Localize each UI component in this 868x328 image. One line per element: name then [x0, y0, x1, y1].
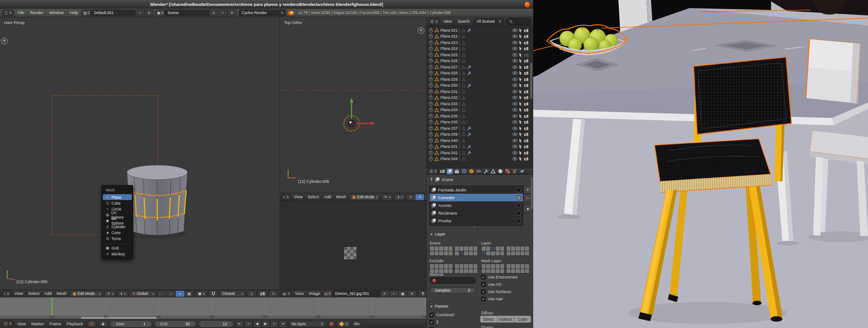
- outliner-item-row[interactable]: + Plane.028 |: [427, 70, 529, 77]
- selectability-cursor-icon[interactable]: [519, 108, 522, 112]
- visibility-eye-icon[interactable]: [512, 83, 517, 87]
- delete-scene-button[interactable]: ✕: [227, 10, 236, 16]
- layer-toggle-cell[interactable]: [464, 251, 468, 256]
- renderability-camera-icon[interactable]: [524, 102, 529, 106]
- material-override-field[interactable]: [429, 277, 476, 284]
- object-name[interactable]: Plane.024: [440, 46, 458, 51]
- tab-world[interactable]: [461, 168, 468, 174]
- visibility-eye-icon[interactable]: [512, 65, 517, 69]
- outliner-search-menu[interactable]: Search: [456, 19, 472, 24]
- expand-toggle-icon[interactable]: +: [429, 132, 433, 137]
- lock-time-button[interactable]: [98, 320, 108, 327]
- layer-toggle-cell[interactable]: [521, 264, 525, 269]
- info-menu-item[interactable]: Window: [48, 10, 66, 15]
- visibility-eye-icon[interactable]: [512, 78, 517, 81]
- layer-toggle-cell[interactable]: [500, 251, 504, 256]
- selectability-cursor-icon[interactable]: [519, 34, 522, 39]
- layer-toggle-cell[interactable]: [521, 269, 525, 274]
- viewport-menu-item[interactable]: Select: [306, 195, 321, 199]
- tab-object-data[interactable]: [490, 168, 497, 174]
- editor-type-timeline-button[interactable]: [2, 320, 14, 327]
- pass-combined-option[interactable]: ✓ Combined: [429, 312, 454, 318]
- add-mesh-menu-item[interactable]: ◻ Cube: [103, 200, 132, 206]
- layer-panel-header[interactable]: ▼Layer: [430, 232, 445, 236]
- selectability-cursor-icon[interactable]: [519, 77, 522, 82]
- visibility-eye-icon[interactable]: [512, 29, 517, 32]
- layer-toggle-cell[interactable]: [444, 269, 448, 274]
- visibility-eye-icon[interactable]: [512, 145, 517, 148]
- add-mesh-menu-item[interactable]: ▭ Plane: [103, 194, 132, 200]
- pin-icon[interactable]: [430, 177, 433, 181]
- selectability-cursor-icon[interactable]: [519, 28, 522, 33]
- viewport-menu-item[interactable]: Add: [322, 195, 333, 199]
- layer-toggle-cell[interactable]: [448, 264, 453, 269]
- editor-type-outliner-button[interactable]: ☰: [429, 18, 439, 25]
- object-name[interactable]: Plane.039: [440, 132, 458, 137]
- renderability-camera-icon[interactable]: [524, 71, 529, 75]
- renderability-camera-icon[interactable]: [524, 145, 529, 148]
- outliner-item-row[interactable]: + Plane.039 |: [427, 132, 529, 138]
- fake-user-button[interactable]: F: [380, 290, 390, 297]
- layer-toggle-cell[interactable]: [511, 264, 515, 269]
- render-layer-enable-checkbox[interactable]: ✓: [516, 196, 521, 200]
- preview-range-button[interactable]: [87, 320, 96, 327]
- expand-toggle-icon[interactable]: +: [429, 71, 433, 75]
- timeline-menu-item[interactable]: View: [15, 322, 28, 326]
- render-layer-name[interactable]: Comedor: [438, 196, 455, 200]
- scene-name[interactable]: Scene: [165, 10, 209, 16]
- layer-toggle-cell[interactable]: [448, 269, 453, 274]
- tab-constraints[interactable]: [476, 168, 482, 174]
- image-browse-button[interactable]: ▤: [323, 290, 333, 297]
- layer-toggle-cell[interactable]: [469, 269, 473, 274]
- layer-toggle-cell[interactable]: [496, 269, 500, 274]
- layer-toggle-cell[interactable]: [444, 246, 448, 251]
- editor-type-3dview-button[interactable]: ◑: [281, 194, 291, 201]
- screen-layout-icon[interactable]: ▥: [82, 10, 91, 16]
- use-ao-option[interactable]: ✓ Use AO: [481, 281, 501, 287]
- diffuse-pass-toggle-button[interactable]: Indirect: [497, 316, 515, 323]
- renderability-camera-icon[interactable]: [524, 90, 529, 93]
- outliner-item-row[interactable]: + Plane.025 |: [427, 52, 529, 58]
- renderability-camera-icon[interactable]: [524, 96, 529, 99]
- layer-toggle-cell[interactable]: [506, 264, 511, 269]
- selectability-cursor-icon[interactable]: [519, 89, 522, 94]
- jump-to-start-button[interactable]: ⇤: [236, 320, 244, 328]
- layer-toggle-cell[interactable]: [500, 246, 504, 251]
- passes-panel-header[interactable]: ▼Passes: [430, 304, 448, 308]
- layer-toggle-cell[interactable]: [469, 251, 473, 256]
- outliner-item-row[interactable]: + Plane.041 |: [427, 144, 529, 150]
- layer-toggle-cell[interactable]: [448, 251, 453, 256]
- use-surfaces-option[interactable]: ✓ Use Surfaces: [481, 289, 511, 294]
- renderability-camera-icon[interactable]: [524, 108, 529, 112]
- mask-grid-2[interactable]: [506, 264, 530, 274]
- expand-toggle-icon[interactable]: +: [429, 138, 433, 143]
- editor-type-info-button[interactable]: ⓘ: [2, 10, 14, 16]
- layer-toggle-cell[interactable]: [434, 264, 439, 269]
- use-hair-option[interactable]: ✓ Use Hair: [481, 296, 503, 302]
- editor-type-image-button[interactable]: ▤: [281, 290, 292, 297]
- snap-magnet-button[interactable]: [208, 290, 218, 297]
- outliner-scrollbar[interactable]: [530, 63, 532, 99]
- expand-toggle-icon[interactable]: +: [429, 89, 433, 94]
- layer-toggle-cell[interactable]: [473, 246, 477, 251]
- layer-toggle-cell[interactable]: [500, 269, 504, 274]
- expand-toggle-icon[interactable]: +: [429, 157, 433, 161]
- renderability-camera-icon[interactable]: [524, 157, 529, 161]
- layer-toggle-cell[interactable]: [511, 246, 515, 251]
- viewport-menu-item[interactable]: View: [13, 291, 25, 296]
- translate-manipulator-button[interactable]: ↗: [415, 194, 424, 201]
- render-layer-name[interactable]: Recámara: [438, 211, 457, 215]
- outliner-item-row[interactable]: + Plane.022 |: [427, 34, 529, 40]
- renderability-camera-icon[interactable]: [524, 139, 529, 142]
- tab-render-layers[interactable]: [447, 168, 453, 174]
- layer-layers-grid-1[interactable]: [481, 246, 505, 256]
- layer-toggle-cell[interactable]: [455, 269, 459, 274]
- layer-toggle-cell[interactable]: [482, 264, 486, 269]
- expand-toggle-icon[interactable]: +: [429, 65, 433, 69]
- layer-toggle-cell[interactable]: [464, 269, 468, 274]
- add-mesh-menu-item[interactable]: ☺ Monkey: [103, 251, 132, 257]
- viewport-3d-user[interactable]: User Persp +: [0, 17, 280, 289]
- image-editor-menu-item[interactable]: View: [293, 291, 305, 296]
- properties-region-expand-icon[interactable]: +: [418, 27, 424, 34]
- outliner-display-filter-select[interactable]: All Scenes: [474, 18, 504, 25]
